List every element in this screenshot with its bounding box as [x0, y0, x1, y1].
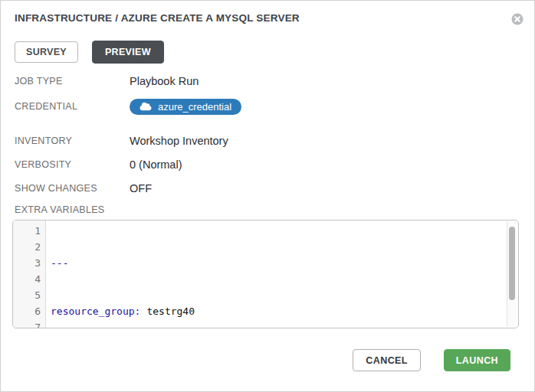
line-number: 4	[13, 271, 41, 287]
line-number: 5	[13, 287, 41, 303]
field-job-type: JOB TYPE Playbook Run	[15, 74, 520, 88]
dialog-footer: CANCEL LAUNCH	[353, 349, 510, 371]
line-number: 2	[13, 239, 41, 255]
job-details: JOB TYPE Playbook Run CREDENTIAL azure_c…	[15, 74, 520, 205]
credential-badge[interactable]: azure_credential	[130, 99, 241, 115]
field-value: Playbook Run	[130, 75, 199, 87]
line-number: 1	[13, 223, 41, 239]
tab-survey[interactable]: SURVEY	[15, 41, 78, 63]
code-line: resource_group:testrg40	[51, 303, 518, 319]
field-verbosity: VERBOSITY 0 (Normal)	[15, 158, 520, 172]
line-number: 6	[13, 303, 41, 319]
field-value: OFF	[130, 182, 152, 194]
cancel-button[interactable]: CANCEL	[353, 349, 420, 371]
field-credential: CREDENTIAL azure_credential	[15, 98, 520, 115]
field-label: INVENTORY	[15, 136, 130, 146]
field-inventory: INVENTORY Workshop Inventory	[15, 134, 520, 148]
field-label: JOB TYPE	[15, 76, 130, 87]
field-label: CREDENTIAL	[15, 101, 130, 112]
editor-line-numbers: 1 2 3 4 5 6 7	[13, 220, 46, 328]
extra-variables-editor[interactable]: 1 2 3 4 5 6 7 --- resource_group:testrg4…	[12, 220, 519, 328]
extra-variables-label: EXTRA VARIABLES	[15, 204, 105, 215]
editor-scrollbar	[507, 221, 517, 327]
editor-code[interactable]: --- resource_group:testrg40 location:eas…	[46, 220, 518, 328]
page-title: INFRASTRUCTURE / AZURE CREATE A MYSQL SE…	[15, 12, 300, 24]
tab-bar: SURVEY PREVIEW	[15, 41, 164, 64]
field-show-changes: SHOW CHANGES OFF	[15, 181, 520, 195]
field-value: 0 (Normal)	[130, 158, 182, 171]
line-number: 7	[13, 319, 41, 328]
close-button[interactable]	[511, 13, 524, 25]
field-value: Workshop Inventory	[130, 135, 228, 147]
editor-scrollbar-thumb[interactable]	[509, 227, 515, 300]
field-label: VERBOSITY	[15, 159, 130, 170]
close-icon	[511, 16, 524, 28]
field-label: SHOW CHANGES	[15, 183, 130, 194]
line-number: 3	[13, 255, 41, 271]
code-line: ---	[51, 255, 518, 271]
launch-preview-dialog: INFRASTRUCTURE / AZURE CREATE A MYSQL SE…	[0, 0, 535, 392]
cloud-icon	[139, 102, 152, 111]
tab-preview[interactable]: PREVIEW	[92, 41, 164, 64]
credential-badge-label: azure_credential	[158, 101, 231, 113]
launch-button[interactable]: LAUNCH	[444, 349, 510, 371]
